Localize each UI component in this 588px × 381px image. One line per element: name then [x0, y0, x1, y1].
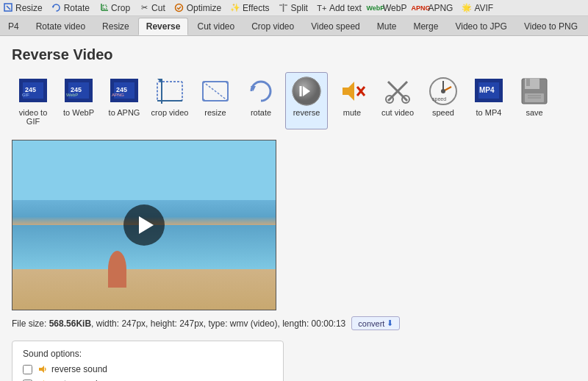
- webp-icon: WebP: [370, 3, 381, 13]
- file-size-label: File size: 568.56KiB, width: 247px, heig…: [12, 318, 345, 329]
- topbar-crop-label: Crop: [111, 3, 130, 13]
- tab-reverse[interactable]: Reverse: [138, 18, 189, 35]
- avif-icon: 🌟: [462, 3, 472, 13]
- topbar-apng[interactable]: APNG APNG: [415, 3, 453, 13]
- topbar-cut[interactable]: ✂ Cut: [139, 3, 165, 13]
- to-mp4-icon: MP4: [473, 76, 504, 107]
- topbar-addtext-label: Add text: [329, 3, 362, 13]
- svg-text:WebP: WebP: [66, 93, 78, 97]
- tab-resize[interactable]: Resize: [94, 18, 137, 35]
- svg-rect-19: [65, 99, 93, 102]
- tool-save[interactable]: save: [513, 72, 556, 129]
- tool-video-to-gif[interactable]: 245 GIF video to GIF: [12, 72, 54, 129]
- tool-reverse[interactable]: reverse: [285, 72, 328, 129]
- svg-marker-44: [343, 82, 354, 101]
- topbar-avif[interactable]: 🌟 AVIF: [462, 3, 493, 13]
- svg-rect-26: [110, 99, 138, 102]
- video-player[interactable]: [12, 140, 276, 310]
- svg-line-1: [7, 6, 10, 10]
- tool-video-to-gif-label: video to GIF: [14, 108, 52, 126]
- svg-rect-20: [65, 79, 68, 102]
- tool-cut-video-label: cut video: [381, 108, 414, 117]
- topbar-webp-label: WebP: [383, 3, 406, 13]
- split-icon: [279, 3, 289, 13]
- crop-video-icon: [154, 76, 185, 107]
- tool-reverse-label: reverse: [293, 108, 320, 117]
- tool-cut-video[interactable]: cut video: [376, 72, 419, 129]
- svg-point-54: [441, 89, 445, 93]
- topbar-webp[interactable]: WebP WebP: [370, 3, 406, 13]
- topbar-rotate[interactable]: Rotate: [51, 3, 90, 13]
- rotate-icon: [51, 3, 62, 13]
- topbar-apng-label: APNG: [428, 3, 453, 13]
- play-triangle-icon: [139, 216, 154, 234]
- tool-crop-video-label: crop video: [151, 108, 189, 117]
- tool-save-label: save: [526, 108, 542, 117]
- top-bar: Resize Rotate Crop ✂ Cut Optimize ✨ Effe…: [0, 0, 588, 16]
- tool-resize-label: resize: [204, 108, 226, 117]
- optimize-icon: [174, 3, 184, 13]
- svg-rect-12: [19, 99, 47, 102]
- tab-bar: P4 Rotate video Resize Reverse Cut video…: [0, 16, 588, 36]
- crop-icon: [98, 3, 109, 13]
- main-content: Reverse Video 245 GIF video to GIF: [0, 36, 588, 381]
- convert-button[interactable]: convert ⬇: [351, 316, 400, 330]
- svg-text:MP4: MP4: [479, 86, 495, 94]
- svg-rect-59: [475, 79, 478, 102]
- tool-to-webp[interactable]: 245 WebP to WebP: [57, 72, 100, 129]
- tool-to-mp4[interactable]: MP4 to MP4: [467, 72, 510, 129]
- tab-crop-video[interactable]: Crop video: [243, 18, 302, 35]
- topbar-optimize[interactable]: Optimize: [174, 3, 221, 13]
- tool-resize[interactable]: resize: [194, 72, 237, 129]
- topbar-resize[interactable]: Resize: [3, 3, 43, 13]
- svg-rect-57: [475, 79, 503, 82]
- topbar-crop[interactable]: Crop: [98, 3, 130, 13]
- reverse-sound-checkbox[interactable]: [23, 365, 32, 374]
- tool-crop-video[interactable]: crop video: [148, 72, 191, 129]
- tab-rotate-video[interactable]: Rotate video: [28, 18, 93, 35]
- tab-cut-video[interactable]: Cut video: [189, 18, 243, 35]
- tool-to-apng-label: to APNG: [109, 108, 140, 117]
- tab-merge[interactable]: Merge: [405, 18, 446, 35]
- reverse-sound-icon: [36, 363, 48, 375]
- effects-icon: ✨: [230, 3, 240, 13]
- topbar-optimize-label: Optimize: [187, 3, 221, 13]
- file-info: File size: 568.56KiB, width: 247px, heig…: [12, 316, 576, 330]
- sound-options-box: Sound options: reverse sound mute sound: [12, 341, 284, 381]
- tool-to-mp4-label: to MP4: [476, 108, 502, 117]
- topbar-split[interactable]: Split: [279, 3, 308, 13]
- topbar-effects-label: Effects: [243, 3, 269, 13]
- svg-text:APNG: APNG: [112, 93, 124, 97]
- tool-mute[interactable]: mute: [331, 72, 373, 129]
- reverse-sound-label[interactable]: reverse sound: [51, 364, 107, 374]
- svg-rect-14: [43, 79, 47, 102]
- apng-icon: APNG: [415, 3, 426, 13]
- svg-rect-27: [110, 79, 114, 102]
- mute-icon: [337, 76, 368, 107]
- tab-video-to-jpg[interactable]: Video to JPG: [447, 18, 515, 35]
- svg-rect-64: [526, 79, 530, 86]
- convert-down-icon: ⬇: [387, 318, 393, 328]
- tool-to-apng[interactable]: 245 APNG to APNG: [103, 72, 146, 129]
- topbar-add-text[interactable]: T+ Add text: [317, 3, 362, 13]
- play-button[interactable]: [123, 204, 165, 246]
- svg-marker-38: [203, 98, 206, 101]
- tool-rotate-label: rotate: [251, 108, 271, 117]
- topbar-effects[interactable]: ✨ Effects: [230, 3, 269, 13]
- tool-speed-label: speed: [432, 108, 454, 117]
- topbar-avif-label: AVIF: [474, 3, 493, 13]
- svg-rect-11: [19, 79, 47, 82]
- svg-point-6: [176, 4, 183, 12]
- tool-speed[interactable]: speed speed: [422, 72, 465, 129]
- tab-mute[interactable]: Mute: [369, 18, 405, 35]
- tab-p4[interactable]: P4: [0, 18, 27, 35]
- tab-video-speed[interactable]: Video speed: [303, 18, 368, 35]
- video-to-gif-icon: 245 GIF: [18, 76, 49, 107]
- svg-rect-5: [103, 5, 107, 9]
- to-webp-icon: 245 WebP: [63, 76, 94, 107]
- reverse-icon: [291, 76, 322, 107]
- svg-rect-58: [475, 99, 503, 102]
- tool-rotate[interactable]: rotate: [240, 72, 282, 129]
- sound-option-mute: mute sound: [23, 378, 273, 381]
- tab-video-to-png[interactable]: Video to PNG: [516, 18, 586, 35]
